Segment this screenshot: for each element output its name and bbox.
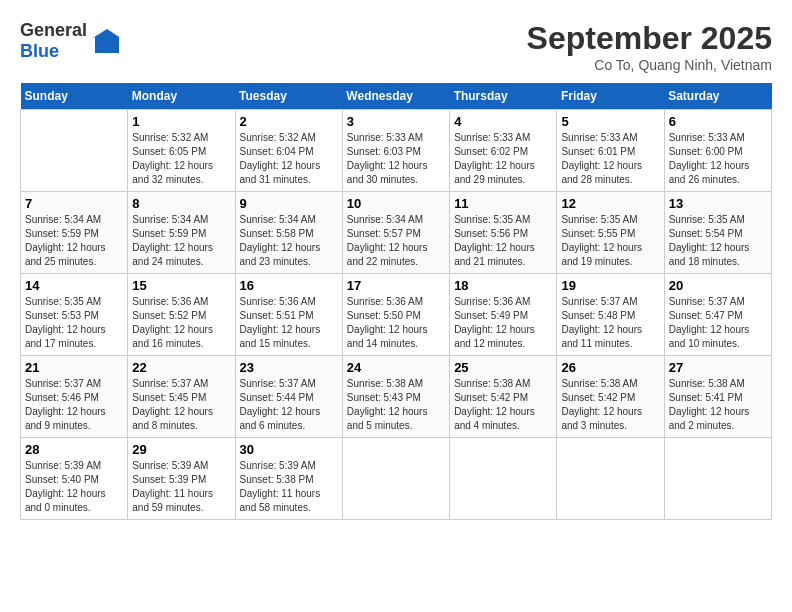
day-number: 2 <box>240 114 338 129</box>
day-number: 26 <box>561 360 659 375</box>
daylight-text: Daylight: 12 hours and 6 minutes. <box>240 405 338 433</box>
day-number: 4 <box>454 114 552 129</box>
daylight-text: Daylight: 12 hours and 16 minutes. <box>132 323 230 351</box>
sunset-text: Sunset: 5:42 PM <box>454 391 552 405</box>
day-info: Sunrise: 5:33 AM Sunset: 6:00 PM Dayligh… <box>669 131 767 187</box>
sunrise-text: Sunrise: 5:35 AM <box>669 213 767 227</box>
calendar-week-row: 21 Sunrise: 5:37 AM Sunset: 5:46 PM Dayl… <box>21 356 772 438</box>
sunset-text: Sunset: 5:52 PM <box>132 309 230 323</box>
sunrise-text: Sunrise: 5:38 AM <box>454 377 552 391</box>
sunset-text: Sunset: 5:40 PM <box>25 473 123 487</box>
sunrise-text: Sunrise: 5:34 AM <box>240 213 338 227</box>
sunrise-text: Sunrise: 5:35 AM <box>454 213 552 227</box>
day-number: 30 <box>240 442 338 457</box>
day-info: Sunrise: 5:39 AM Sunset: 5:39 PM Dayligh… <box>132 459 230 515</box>
daylight-text: Daylight: 12 hours and 0 minutes. <box>25 487 123 515</box>
daylight-text: Daylight: 12 hours and 3 minutes. <box>561 405 659 433</box>
daylight-text: Daylight: 12 hours and 28 minutes. <box>561 159 659 187</box>
sunrise-text: Sunrise: 5:39 AM <box>240 459 338 473</box>
day-number: 15 <box>132 278 230 293</box>
sunset-text: Sunset: 6:05 PM <box>132 145 230 159</box>
calendar-cell <box>342 438 449 520</box>
sunset-text: Sunset: 5:46 PM <box>25 391 123 405</box>
day-info: Sunrise: 5:38 AM Sunset: 5:42 PM Dayligh… <box>561 377 659 433</box>
sunset-text: Sunset: 5:53 PM <box>25 309 123 323</box>
calendar-cell: 12 Sunrise: 5:35 AM Sunset: 5:55 PM Dayl… <box>557 192 664 274</box>
sunrise-text: Sunrise: 5:37 AM <box>132 377 230 391</box>
day-number: 1 <box>132 114 230 129</box>
calendar-cell: 7 Sunrise: 5:34 AM Sunset: 5:59 PM Dayli… <box>21 192 128 274</box>
daylight-text: Daylight: 12 hours and 11 minutes. <box>561 323 659 351</box>
calendar-cell: 5 Sunrise: 5:33 AM Sunset: 6:01 PM Dayli… <box>557 110 664 192</box>
sunrise-text: Sunrise: 5:36 AM <box>454 295 552 309</box>
day-number: 29 <box>132 442 230 457</box>
sunrise-text: Sunrise: 5:38 AM <box>561 377 659 391</box>
header-cell-friday: Friday <box>557 83 664 110</box>
sunset-text: Sunset: 5:51 PM <box>240 309 338 323</box>
sunrise-text: Sunrise: 5:35 AM <box>25 295 123 309</box>
daylight-text: Daylight: 12 hours and 30 minutes. <box>347 159 445 187</box>
day-info: Sunrise: 5:36 AM Sunset: 5:51 PM Dayligh… <box>240 295 338 351</box>
sunset-text: Sunset: 5:41 PM <box>669 391 767 405</box>
sunrise-text: Sunrise: 5:35 AM <box>561 213 659 227</box>
day-info: Sunrise: 5:34 AM Sunset: 5:59 PM Dayligh… <box>132 213 230 269</box>
day-number: 3 <box>347 114 445 129</box>
sunset-text: Sunset: 5:42 PM <box>561 391 659 405</box>
day-info: Sunrise: 5:35 AM Sunset: 5:53 PM Dayligh… <box>25 295 123 351</box>
calendar-cell <box>450 438 557 520</box>
calendar-week-row: 14 Sunrise: 5:35 AM Sunset: 5:53 PM Dayl… <box>21 274 772 356</box>
calendar-cell: 26 Sunrise: 5:38 AM Sunset: 5:42 PM Dayl… <box>557 356 664 438</box>
sunset-text: Sunset: 6:00 PM <box>669 145 767 159</box>
sunset-text: Sunset: 5:38 PM <box>240 473 338 487</box>
daylight-text: Daylight: 12 hours and 22 minutes. <box>347 241 445 269</box>
daylight-text: Daylight: 12 hours and 15 minutes. <box>240 323 338 351</box>
calendar-week-row: 7 Sunrise: 5:34 AM Sunset: 5:59 PM Dayli… <box>21 192 772 274</box>
day-info: Sunrise: 5:39 AM Sunset: 5:40 PM Dayligh… <box>25 459 123 515</box>
sunrise-text: Sunrise: 5:32 AM <box>132 131 230 145</box>
svg-marker-0 <box>95 29 119 53</box>
day-info: Sunrise: 5:37 AM Sunset: 5:47 PM Dayligh… <box>669 295 767 351</box>
day-info: Sunrise: 5:35 AM Sunset: 5:55 PM Dayligh… <box>561 213 659 269</box>
calendar-cell: 14 Sunrise: 5:35 AM Sunset: 5:53 PM Dayl… <box>21 274 128 356</box>
calendar-cell: 23 Sunrise: 5:37 AM Sunset: 5:44 PM Dayl… <box>235 356 342 438</box>
daylight-text: Daylight: 12 hours and 8 minutes. <box>132 405 230 433</box>
sunset-text: Sunset: 6:04 PM <box>240 145 338 159</box>
logo-text: General Blue <box>20 20 87 62</box>
day-number: 23 <box>240 360 338 375</box>
month-title: September 2025 <box>527 20 772 57</box>
day-info: Sunrise: 5:37 AM Sunset: 5:48 PM Dayligh… <box>561 295 659 351</box>
sunrise-text: Sunrise: 5:38 AM <box>347 377 445 391</box>
sunrise-text: Sunrise: 5:37 AM <box>669 295 767 309</box>
calendar-cell: 28 Sunrise: 5:39 AM Sunset: 5:40 PM Dayl… <box>21 438 128 520</box>
daylight-text: Daylight: 12 hours and 17 minutes. <box>25 323 123 351</box>
sunset-text: Sunset: 5:54 PM <box>669 227 767 241</box>
calendar-cell: 20 Sunrise: 5:37 AM Sunset: 5:47 PM Dayl… <box>664 274 771 356</box>
day-info: Sunrise: 5:37 AM Sunset: 5:44 PM Dayligh… <box>240 377 338 433</box>
day-info: Sunrise: 5:33 AM Sunset: 6:03 PM Dayligh… <box>347 131 445 187</box>
sunset-text: Sunset: 5:44 PM <box>240 391 338 405</box>
sunrise-text: Sunrise: 5:37 AM <box>240 377 338 391</box>
day-number: 10 <box>347 196 445 211</box>
calendar-cell: 21 Sunrise: 5:37 AM Sunset: 5:46 PM Dayl… <box>21 356 128 438</box>
daylight-text: Daylight: 12 hours and 4 minutes. <box>454 405 552 433</box>
sunrise-text: Sunrise: 5:34 AM <box>132 213 230 227</box>
sunrise-text: Sunrise: 5:39 AM <box>25 459 123 473</box>
calendar-cell: 19 Sunrise: 5:37 AM Sunset: 5:48 PM Dayl… <box>557 274 664 356</box>
header-cell-sunday: Sunday <box>21 83 128 110</box>
sunset-text: Sunset: 5:55 PM <box>561 227 659 241</box>
sunrise-text: Sunrise: 5:37 AM <box>561 295 659 309</box>
day-info: Sunrise: 5:34 AM Sunset: 5:59 PM Dayligh… <box>25 213 123 269</box>
calendar-cell: 15 Sunrise: 5:36 AM Sunset: 5:52 PM Dayl… <box>128 274 235 356</box>
calendar-cell: 9 Sunrise: 5:34 AM Sunset: 5:58 PM Dayli… <box>235 192 342 274</box>
sunrise-text: Sunrise: 5:33 AM <box>347 131 445 145</box>
daylight-text: Daylight: 11 hours and 59 minutes. <box>132 487 230 515</box>
day-info: Sunrise: 5:34 AM Sunset: 5:58 PM Dayligh… <box>240 213 338 269</box>
calendar-cell: 13 Sunrise: 5:35 AM Sunset: 5:54 PM Dayl… <box>664 192 771 274</box>
header-cell-thursday: Thursday <box>450 83 557 110</box>
sunset-text: Sunset: 5:45 PM <box>132 391 230 405</box>
sunrise-text: Sunrise: 5:34 AM <box>25 213 123 227</box>
daylight-text: Daylight: 12 hours and 5 minutes. <box>347 405 445 433</box>
calendar-cell: 11 Sunrise: 5:35 AM Sunset: 5:56 PM Dayl… <box>450 192 557 274</box>
header-cell-monday: Monday <box>128 83 235 110</box>
daylight-text: Daylight: 12 hours and 10 minutes. <box>669 323 767 351</box>
